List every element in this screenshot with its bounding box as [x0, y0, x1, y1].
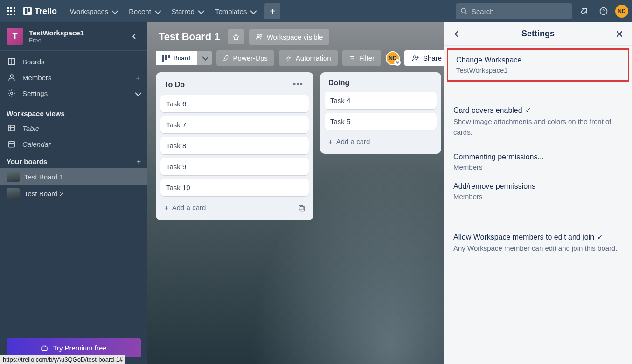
- list-menu-icon[interactable]: •••: [291, 79, 305, 90]
- boards-icon: [7, 57, 16, 66]
- board-title[interactable]: Test Board 1: [156, 29, 223, 45]
- settings-panel: Settings Change Workspace... TestWorkspa…: [444, 22, 632, 364]
- commenting-permissions-option[interactable]: Commenting permissions... Members: [444, 145, 632, 175]
- help-icon[interactable]: ?: [596, 3, 611, 19]
- sidebar-board-item[interactable]: Test Board 2: [0, 185, 147, 202]
- chevron-down-icon: [197, 7, 203, 15]
- svg-rect-11: [28, 8, 30, 12]
- svg-rect-0: [7, 7, 9, 9]
- card[interactable]: Task 8: [160, 137, 309, 154]
- card-covers-option[interactable]: Card covers enabled ✓ Show image attachm…: [444, 98, 632, 145]
- card[interactable]: Task 5: [325, 113, 437, 130]
- check-icon: ✓: [525, 106, 531, 115]
- settings-back-button[interactable]: [452, 30, 461, 38]
- check-icon: ✓: [597, 233, 603, 241]
- option-description: Show image attachments and colors on the…: [453, 117, 623, 137]
- sidebar-item-settings[interactable]: Settings: [0, 85, 147, 101]
- people-icon: [256, 33, 263, 41]
- template-icon[interactable]: [298, 204, 305, 212]
- chevron-down-icon: [134, 89, 140, 97]
- add-member-icon[interactable]: +: [136, 74, 140, 82]
- sidebar-item-members[interactable]: Members +: [0, 69, 147, 85]
- nav-recent[interactable]: Recent: [123, 5, 165, 18]
- view-dropdown-button[interactable]: [197, 51, 212, 65]
- sidebar-item-label: Members: [22, 74, 52, 82]
- nav-starred[interactable]: Starred: [166, 5, 208, 18]
- card[interactable]: Task 9: [160, 158, 309, 175]
- search-input[interactable]: [472, 7, 568, 15]
- sidebar-view-table[interactable]: Table: [0, 120, 147, 136]
- collapse-sidebar-icon[interactable]: [128, 30, 141, 43]
- add-card-button[interactable]: + Add a card: [325, 134, 437, 149]
- powerups-button[interactable]: Power-Ups: [216, 50, 274, 66]
- plus-icon: +: [164, 204, 168, 212]
- addremove-permissions-option[interactable]: Add/remove permissions Members: [444, 175, 632, 208]
- chevron-down-icon: [154, 7, 160, 15]
- svg-rect-1: [10, 7, 12, 9]
- trello-logo[interactable]: Trello: [20, 7, 61, 16]
- chevron-down-icon: [111, 7, 117, 15]
- automation-button[interactable]: Automation: [279, 50, 338, 66]
- your-boards-heading: Your boards +: [0, 152, 147, 168]
- svg-rect-27: [42, 347, 47, 350]
- svg-rect-4: [10, 10, 12, 12]
- card[interactable]: Task 4: [325, 92, 437, 109]
- user-avatar[interactable]: ND: [615, 5, 628, 18]
- try-premium-button[interactable]: Try Premium free: [7, 338, 141, 357]
- sidebar-item-label: Calendar: [22, 140, 51, 148]
- card[interactable]: Task 6: [160, 95, 309, 112]
- svg-point-18: [10, 75, 13, 77]
- sidebar-item-boards[interactable]: Boards: [0, 54, 147, 69]
- svg-rect-40: [300, 206, 304, 211]
- svg-point-36: [414, 56, 416, 58]
- svg-rect-30: [162, 55, 164, 62]
- board-view-button[interactable]: Board: [156, 51, 197, 65]
- apps-switcher-icon[interactable]: [4, 4, 19, 19]
- logo-text: Trello: [35, 7, 57, 16]
- visibility-button[interactable]: Workspace visible: [249, 29, 330, 45]
- chevron-down-icon: [201, 55, 207, 62]
- settings-close-button[interactable]: [615, 30, 624, 38]
- svg-rect-10: [25, 8, 27, 14]
- sidebar-item-label: Settings: [22, 89, 48, 97]
- add-card-button[interactable]: + Add a card: [160, 200, 309, 215]
- allow-workspace-members-option[interactable]: Allow Workspace members to edit and join…: [444, 225, 632, 261]
- sidebar-board-item[interactable]: Test Board 1: [0, 168, 147, 185]
- gear-icon: [7, 89, 16, 97]
- premium-label: Try Premium free: [53, 344, 106, 352]
- search-box[interactable]: [456, 3, 572, 19]
- list: Doing Task 4 Task 5 + Add a card: [320, 72, 441, 154]
- svg-point-12: [461, 8, 465, 13]
- create-button[interactable]: +: [264, 3, 280, 19]
- share-button[interactable]: Share: [404, 50, 449, 66]
- nav-workspaces[interactable]: Workspaces: [64, 5, 122, 18]
- sidebar-view-calendar[interactable]: Calendar: [0, 136, 147, 152]
- chevron-down-icon: [250, 7, 255, 15]
- nav-templates[interactable]: Templates: [209, 5, 261, 18]
- browser-status-bar: https://trello.com/b/yAu3QGoD/test-board…: [0, 355, 125, 364]
- list: To Do ••• Task 6 Task 7 Task 8 Task 9 Ta…: [156, 72, 313, 220]
- list-title[interactable]: To Do: [164, 81, 291, 89]
- change-workspace-option[interactable]: Change Workspace... TestWorkspace1: [447, 48, 629, 82]
- svg-rect-7: [10, 14, 12, 15]
- option-title: Card covers enabled: [453, 106, 522, 115]
- notifications-icon[interactable]: [576, 3, 592, 19]
- card[interactable]: Task 7: [160, 116, 309, 133]
- settings-title: Settings: [461, 29, 615, 39]
- rocket-icon: [223, 55, 229, 62]
- svg-rect-31: [165, 55, 167, 60]
- board-thumbnail: [7, 172, 20, 182]
- svg-line-13: [465, 12, 467, 14]
- board-thumbnail: [7, 188, 20, 199]
- share-icon: [412, 55, 419, 62]
- add-board-icon[interactable]: +: [137, 158, 141, 165]
- board-member-avatar[interactable]: ND: [386, 51, 400, 65]
- list-title[interactable]: Doing: [328, 79, 433, 87]
- option-title: Change Workspace...: [456, 56, 620, 64]
- svg-rect-39: [299, 205, 303, 209]
- star-board-button[interactable]: [228, 29, 244, 44]
- workspace-header[interactable]: T TestWorkspace1 Free: [0, 22, 147, 51]
- filter-button[interactable]: Filter: [342, 50, 381, 66]
- sidebar-item-label: Table: [22, 124, 39, 132]
- card[interactable]: Task 10: [160, 179, 309, 196]
